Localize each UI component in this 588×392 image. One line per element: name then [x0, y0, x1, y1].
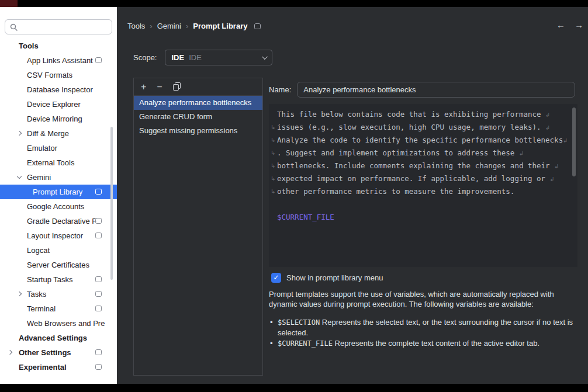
editor-scrollbar[interactable]	[572, 107, 576, 176]
ide-settings-icon	[95, 57, 102, 63]
name-label: Name:	[269, 85, 291, 94]
variable-description: Represents the complete text content of …	[333, 339, 539, 348]
ide-settings-icon	[95, 349, 102, 355]
sidebar-item-label: Startup Tasks	[27, 275, 73, 284]
sidebar-item-label: CSV Formats	[27, 71, 72, 79]
editor-line: ↳other performance metrics to measure th…	[277, 185, 569, 198]
sidebar-item-terminal[interactable]: Terminal	[0, 301, 117, 316]
prompt-list-toolbar: + −	[134, 78, 262, 96]
prompt-list-item[interactable]: Analyze performance bottlenecks	[134, 96, 262, 110]
settings-sidebar: ToolsApp Links AssistantCSV FormatsDatab…	[0, 7, 117, 384]
sidebar-item-experimental[interactable]: Experimental	[0, 360, 117, 374]
sidebar-item-label: Diff & Merge	[27, 129, 69, 138]
breadcrumb-tools[interactable]: Tools	[127, 22, 145, 30]
sidebar-item-server-certificates[interactable]: Server Certificates	[0, 258, 117, 272]
prompt-list: Analyze performance bottlenecksGenerate …	[134, 96, 262, 138]
prompt-editor[interactable]: This file below contains code that is ex…	[269, 104, 577, 267]
scope-hint: IDE	[189, 53, 202, 62]
sidebar-item-label: Server Certificates	[27, 261, 89, 269]
prompt-list-item[interactable]: Suggest missing permissions	[134, 124, 262, 138]
scope-select[interactable]: IDE IDE	[165, 50, 272, 65]
editor-line: $CURRENT_FILE	[277, 211, 569, 224]
search-icon	[10, 23, 18, 31]
editor-line: ↳. Suggest and implement optimizations t…	[277, 147, 569, 159]
sidebar-item-diff-merge[interactable]: Diff & Merge	[0, 126, 117, 141]
breadcrumb-separator-icon: ›	[186, 22, 188, 30]
chevron-right-icon[interactable]	[8, 350, 12, 355]
sidebar-item-database-inspector[interactable]: Database Inspector	[0, 82, 117, 97]
sidebar-item-prompt-library[interactable]: Prompt Library	[0, 185, 117, 199]
sidebar-item-gradle-declarative-f[interactable]: Gradle Declarative F	[0, 214, 117, 228]
prompt-list-item[interactable]: Generate CRUD form	[134, 110, 262, 124]
chevron-right-icon[interactable]	[17, 131, 22, 136]
breadcrumb-prompt-library: Prompt Library	[193, 22, 247, 30]
soft-wrap-icon: ↳	[271, 147, 275, 159]
sidebar-item-layout-inspector[interactable]: Layout Inspector	[0, 228, 117, 243]
sidebar-item-csv-formats[interactable]: CSV Formats	[0, 68, 117, 82]
editor-line-text: other performance metrics to measure the…	[277, 187, 514, 196]
sidebar-item-tools[interactable]: Tools	[0, 39, 117, 53]
editor-line-text: . Suggest and implement optimizations to…	[277, 148, 519, 157]
sidebar-item-label: Layout Inspector	[27, 231, 83, 240]
name-row: Name:	[269, 82, 575, 98]
sidebar-scrollbar[interactable]	[110, 127, 113, 280]
sidebar-item-startup-tasks[interactable]: Startup Tasks	[0, 272, 117, 287]
editor-line-text: This file below contains code that is ex…	[277, 110, 545, 119]
soft-wrap-icon: ↲	[545, 124, 550, 131]
show-in-menu-checkbox[interactable]: ✓	[271, 273, 281, 283]
remove-prompt-button[interactable]: −	[157, 82, 162, 92]
ide-settings-icon	[95, 218, 102, 224]
editor-line-text: expected impact on performance. If appli…	[277, 174, 550, 183]
sidebar-item-advanced-settings[interactable]: Advanced Settings	[0, 331, 117, 345]
ide-settings-icon	[95, 291, 102, 297]
prompt-name-input[interactable]	[297, 82, 575, 98]
soft-wrap-icon: ↳	[271, 134, 275, 147]
sidebar-item-app-links-assistant[interactable]: App Links Assistant	[0, 53, 117, 68]
duplicate-prompt-button[interactable]	[173, 82, 180, 92]
soft-wrap-icon: ↳	[271, 185, 275, 198]
sidebar-item-gemini[interactable]: Gemini	[0, 170, 117, 185]
breadcrumb: Tools › Gemini › Prompt Library	[127, 22, 261, 30]
sidebar-item-other-settings[interactable]: Other Settings	[0, 345, 117, 360]
copy-icon	[173, 82, 180, 90]
sidebar-item-label: Gemini	[27, 173, 51, 182]
chevron-down-icon[interactable]	[17, 174, 22, 179]
search-input[interactable]	[21, 23, 107, 32]
sidebar-item-device-mirroring[interactable]: Device Mirroring	[0, 112, 117, 126]
sidebar-item-tasks[interactable]: Tasks	[0, 287, 117, 301]
back-button[interactable]: ←	[556, 20, 565, 30]
breadcrumb-gemini[interactable]: Gemini	[157, 22, 181, 30]
sidebar-item-label: External Tools	[27, 158, 74, 167]
titlebar	[0, 0, 588, 7]
forward-button[interactable]: →	[575, 20, 583, 30]
settings-tree: ToolsApp Links AssistantCSV FormatsDatab…	[0, 39, 117, 374]
sidebar-item-label: Logcat	[27, 246, 50, 255]
variables-list: $SELECTION Represents the selected text,…	[270, 317, 575, 349]
editor-line-text: issues (e.g., slow execution, high CPU u…	[277, 123, 545, 131]
sidebar-item-label: Other Settings	[19, 348, 71, 357]
variable-description: Represents the selected text, or the tex…	[278, 318, 573, 337]
add-prompt-button[interactable]: +	[141, 82, 146, 92]
sidebar-item-label: Experimental	[19, 363, 67, 372]
soft-wrap-icon: ↳	[271, 159, 275, 172]
soft-wrap-icon: ↲	[550, 176, 555, 182]
ide-settings-icon	[95, 306, 102, 311]
editor-line-text: $CURRENT_FILE	[277, 213, 334, 221]
sidebar-item-logcat[interactable]: Logcat	[0, 243, 117, 258]
sidebar-item-label: Tools	[19, 41, 39, 50]
soft-wrap-icon: ↲	[519, 150, 524, 157]
search-box[interactable]	[5, 19, 112, 34]
prompt-list-panel: + − Analyze performance bottlenecksGener…	[133, 78, 263, 376]
sidebar-item-external-tools[interactable]: External Tools	[0, 155, 117, 170]
sidebar-item-device-explorer[interactable]: Device Explorer	[0, 97, 117, 112]
editor-line: ↳issues (e.g., slow execution, high CPU …	[277, 121, 569, 134]
sidebar-item-web-browsers-and-pre[interactable]: Web Browsers and Pre	[0, 316, 117, 331]
chevron-right-icon[interactable]	[17, 292, 22, 296]
sidebar-item-emulator[interactable]: Emulator	[0, 141, 117, 155]
bottombar	[0, 384, 588, 392]
editor-line: This file below contains code that is ex…	[277, 108, 569, 121]
soft-wrap-icon: ↲	[545, 112, 550, 118]
editor-line-text: Analyze the code to identify the specifi…	[277, 136, 563, 144]
sidebar-item-google-accounts[interactable]: Google Accounts	[0, 199, 117, 214]
breadcrumb-separator-icon: ›	[150, 22, 152, 30]
